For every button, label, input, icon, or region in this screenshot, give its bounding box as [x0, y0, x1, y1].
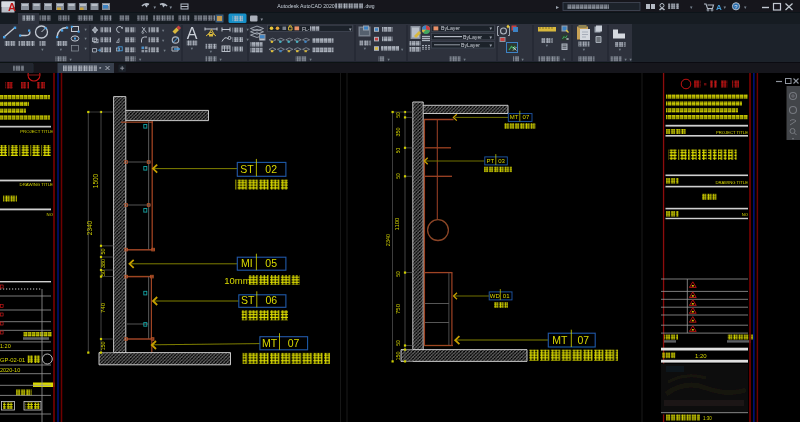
- svg-text:50: 50: [396, 173, 401, 179]
- svg-text:ST: ST: [241, 294, 255, 306]
- svg-text:50: 50: [396, 148, 401, 154]
- svg-text:750: 750: [395, 303, 401, 314]
- svg-text:GP-02-01: GP-02-01: [0, 357, 25, 363]
- svg-text:▾: ▾: [792, 136, 794, 141]
- svg-text:ByLayer: ByLayer: [463, 34, 482, 40]
- svg-text:ST: ST: [240, 163, 254, 175]
- svg-text:1:30: 1:30: [703, 416, 712, 421]
- svg-text:01: 01: [503, 293, 510, 299]
- svg-text:1:20: 1:20: [0, 343, 11, 349]
- svg-text:PT: PT: [486, 158, 494, 164]
- svg-text:ByLayer: ByLayer: [461, 42, 480, 48]
- svg-text:150: 150: [100, 341, 106, 350]
- svg-text:50: 50: [396, 112, 401, 118]
- svg-text:2340: 2340: [86, 220, 93, 235]
- svg-text:50: 50: [100, 248, 106, 254]
- svg-text:06: 06: [266, 294, 278, 306]
- svg-text:07: 07: [523, 114, 530, 120]
- svg-text:350: 350: [395, 127, 401, 136]
- svg-text:740: 740: [100, 302, 106, 313]
- svg-text:FL-: FL-: [302, 26, 310, 32]
- svg-text:MT: MT: [262, 337, 278, 349]
- svg-text:50: 50: [396, 271, 401, 277]
- svg-text:2020-10: 2020-10: [0, 367, 20, 373]
- svg-text:1500: 1500: [92, 173, 99, 188]
- svg-text:03: 03: [498, 158, 505, 164]
- svg-text:07: 07: [577, 334, 589, 346]
- svg-text:07: 07: [288, 337, 300, 349]
- svg-text:NO: NO: [742, 212, 749, 217]
- svg-text:A: A: [8, 1, 16, 13]
- svg-text:02: 02: [265, 163, 277, 175]
- svg-text:A: A: [187, 25, 198, 42]
- svg-text:DRAWING TITLE: DRAWING TITLE: [20, 182, 54, 187]
- svg-text:10mm: 10mm: [224, 275, 250, 286]
- svg-text:MI: MI: [241, 257, 253, 269]
- svg-text:MT: MT: [510, 114, 519, 120]
- svg-text:NO: NO: [47, 212, 54, 217]
- svg-text:WD: WD: [490, 293, 501, 299]
- svg-text:05: 05: [265, 257, 277, 269]
- svg-text:1100: 1100: [394, 217, 400, 231]
- svg-text:PROJECT TITLE: PROJECT TITLE: [20, 129, 53, 134]
- svg-text:1:20: 1:20: [695, 353, 707, 359]
- svg-text:380: 380: [100, 259, 106, 268]
- svg-text:50: 50: [100, 270, 106, 276]
- svg-text:DRAWING TITLE: DRAWING TITLE: [715, 180, 748, 185]
- svg-text:PROJECT TITLE: PROJECT TITLE: [716, 130, 748, 135]
- svg-text:.dwg: .dwg: [364, 3, 375, 9]
- svg-text:ByLayer: ByLayer: [441, 25, 460, 31]
- svg-text:MT: MT: [552, 334, 568, 346]
- svg-text:150: 150: [395, 351, 401, 360]
- svg-text:A: A: [716, 3, 722, 12]
- svg-text:Autodesk AutoCAD 2020: Autodesk AutoCAD 2020: [277, 3, 335, 9]
- svg-text:50: 50: [396, 340, 401, 346]
- svg-text:▸: ▸: [556, 4, 559, 10]
- svg-text:2340: 2340: [385, 234, 391, 246]
